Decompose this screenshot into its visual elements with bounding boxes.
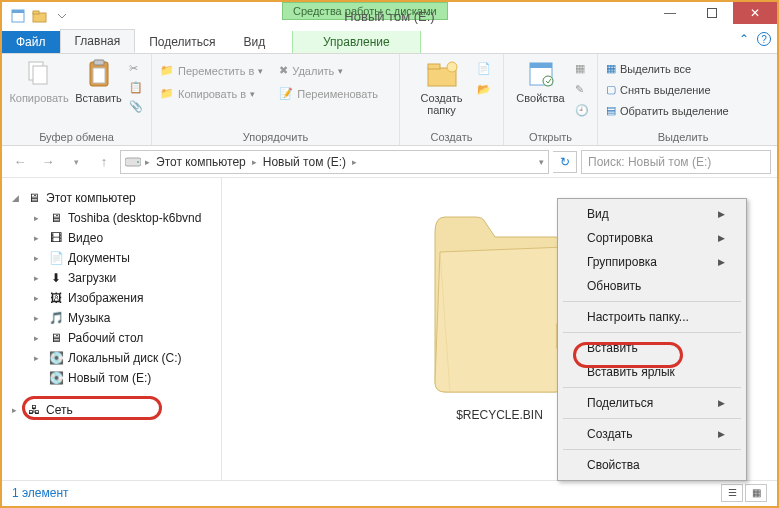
qat-newfolder-icon[interactable] [30, 6, 50, 26]
copy-button[interactable]: Копировать [10, 58, 68, 104]
selectall-button[interactable]: ▦Выделить все [606, 60, 729, 77]
ctx-customize[interactable]: Настроить папку... [561, 305, 743, 329]
open-icon: ▦ [575, 62, 585, 75]
tree-item[interactable]: ▸🎞Видео [30, 228, 215, 248]
easyaccess-button[interactable]: 📂 [477, 81, 491, 98]
group-clipboard-label: Буфер обмена [10, 131, 143, 143]
breadcrumb-root[interactable]: Этот компьютер [154, 155, 248, 169]
ctx-pasteshortcut[interactable]: Вставить ярлык [561, 360, 743, 384]
minimize-button[interactable]: — [649, 2, 691, 24]
tree-item[interactable]: ▸⬇Загрузки [30, 268, 215, 288]
moveto-icon: 📁 [160, 64, 174, 77]
group-select-label: Выделить [606, 131, 760, 143]
properties-icon [525, 58, 557, 90]
qat-properties-icon[interactable] [8, 6, 28, 26]
delete-icon: ✖ [279, 64, 288, 77]
nav-up-button[interactable]: ↑ [92, 150, 116, 174]
tab-file[interactable]: Файл [2, 31, 60, 53]
nav-recent-button[interactable]: ▾ [64, 150, 88, 174]
ctx-share[interactable]: Поделиться▶ [561, 391, 743, 415]
window-title: Новый том (E:) [344, 9, 434, 24]
selectnone-button[interactable]: ▢Снять выделение [606, 81, 729, 98]
rename-icon: 📝 [279, 87, 293, 100]
maximize-button[interactable] [691, 2, 733, 24]
svg-point-12 [447, 62, 457, 72]
copypath-button[interactable]: 📋 [129, 79, 143, 96]
pasteshortcut-button[interactable]: 📎 [129, 98, 143, 115]
svg-rect-3 [33, 11, 39, 14]
chevron-right-icon: ▶ [718, 257, 725, 267]
ctx-view[interactable]: Вид▶ [561, 202, 743, 226]
svg-point-15 [543, 76, 553, 86]
history-button[interactable]: 🕘 [575, 102, 589, 119]
svg-rect-4 [708, 9, 717, 18]
close-button[interactable]: ✕ [733, 2, 777, 24]
svg-rect-11 [428, 64, 440, 69]
video-icon: 🎞 [48, 230, 64, 246]
tab-home[interactable]: Главная [60, 29, 136, 53]
open-button[interactable]: ▦ [575, 60, 589, 77]
address-bar[interactable]: ▸ Этот компьютер ▸ Новый том (E:) ▸ ▾ [120, 150, 549, 174]
ctx-sort[interactable]: Сортировка▶ [561, 226, 743, 250]
tree-item[interactable]: ▸🖼Изображения [30, 288, 215, 308]
documents-icon: 📄 [48, 250, 64, 266]
properties-button[interactable]: Свойства [512, 58, 569, 104]
ctx-refresh[interactable]: Обновить [561, 274, 743, 298]
edit-button[interactable]: ✎ [575, 81, 589, 98]
ctx-properties[interactable]: Свойства [561, 453, 743, 477]
newfolder-button[interactable]: Создать папку [413, 58, 471, 116]
group-organize-label: Упорядочить [160, 131, 391, 143]
svg-point-17 [137, 161, 139, 163]
rename-button[interactable]: 📝Переименовать [279, 85, 378, 102]
tree-item-selected[interactable]: 💽Новый том (E:) [30, 368, 215, 388]
nav-tree[interactable]: ◢🖥Этот компьютер ▸🖥Toshiba (desktop-k6bv… [2, 178, 222, 480]
invert-icon: ▤ [606, 104, 616, 117]
ctx-separator [563, 332, 741, 333]
ctx-new[interactable]: Создать▶ [561, 422, 743, 446]
tab-manage[interactable]: Управление [292, 31, 421, 53]
tree-item[interactable]: ▸🎵Музыка [30, 308, 215, 328]
tab-share[interactable]: Поделиться [135, 31, 229, 53]
cut-button[interactable]: ✂ [129, 60, 143, 77]
ribbon-collapse-icon[interactable]: ⌃ [739, 32, 749, 46]
invertselect-button[interactable]: ▤Обратить выделение [606, 102, 729, 119]
tree-item[interactable]: ▸📄Документы [30, 248, 215, 268]
drive-icon [125, 156, 141, 168]
moveto-button[interactable]: 📁Переместить в ▾ [160, 62, 263, 79]
newitem-icon: 📄 [477, 62, 491, 75]
ctx-paste[interactable]: Вставить [561, 336, 743, 360]
ctx-separator [563, 301, 741, 302]
search-input[interactable]: Поиск: Новый том (E:) [581, 150, 771, 174]
address-dropdown-icon[interactable]: ▾ [539, 157, 544, 167]
view-details-button[interactable]: ☰ [721, 484, 743, 502]
nav-back-button[interactable]: ← [8, 150, 32, 174]
tree-item[interactable]: ▸🖥Toshiba (desktop-k6bvnd [30, 208, 215, 228]
newitem-button[interactable]: 📄 [477, 60, 491, 77]
tree-thispc[interactable]: ◢🖥Этот компьютер [8, 188, 215, 208]
group-new-label: Создать [408, 131, 495, 143]
tree-network[interactable]: ▸🖧Сеть [8, 400, 215, 420]
ctx-group[interactable]: Группировка▶ [561, 250, 743, 274]
easyaccess-icon: 📂 [477, 83, 491, 96]
paste-button[interactable]: Вставить [74, 58, 123, 104]
chevron-right-icon: ▶ [718, 398, 725, 408]
qat-dropdown-icon[interactable] [52, 6, 72, 26]
tab-view[interactable]: Вид [229, 31, 279, 53]
nav-forward-button[interactable]: → [36, 150, 60, 174]
status-count: 1 элемент [12, 486, 69, 500]
pictures-icon: 🖼 [48, 290, 64, 306]
refresh-button[interactable]: ↻ [553, 151, 577, 173]
delete-button[interactable]: ✖Удалить ▾ [279, 62, 378, 79]
svg-rect-1 [12, 10, 24, 13]
help-icon[interactable]: ? [757, 32, 771, 46]
view-icons-button[interactable]: ▦ [745, 484, 767, 502]
group-open-label: Открыть [512, 131, 589, 143]
tree-item[interactable]: ▸💽Локальный диск (C:) [30, 348, 215, 368]
tree-item[interactable]: ▸🖥Рабочий стол [30, 328, 215, 348]
device-icon: 🖥 [48, 210, 64, 226]
breadcrumb-current[interactable]: Новый том (E:) [261, 155, 348, 169]
item-label[interactable]: $RECYCLE.BIN [456, 408, 543, 422]
svg-rect-9 [93, 68, 105, 83]
copyto-button[interactable]: 📁Копировать в ▾ [160, 85, 263, 102]
scissors-icon: ✂ [129, 62, 138, 75]
